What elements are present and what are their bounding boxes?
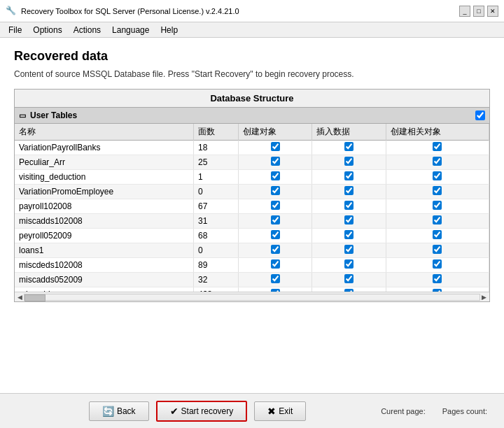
cell-c2[interactable] <box>312 170 386 185</box>
cell-count: 0 <box>193 243 238 258</box>
cell-count: 18 <box>193 141 238 155</box>
cell-c2[interactable] <box>312 155 386 170</box>
cell-c3[interactable] <box>386 229 489 243</box>
menu-options[interactable]: Options <box>27 24 67 36</box>
col-insert: 插入数据 <box>312 124 386 141</box>
cell-c3[interactable] <box>386 258 489 273</box>
cell-c1[interactable] <box>238 287 312 292</box>
user-tables-header[interactable]: ▭ User Tables <box>15 108 489 124</box>
cell-count: 31 <box>193 214 238 229</box>
cell-c1[interactable] <box>238 199 312 214</box>
cell-count: 0 <box>193 185 238 199</box>
cell-count: 89 <box>193 258 238 273</box>
data-table-wrapper[interactable]: 名称 面数 创建对象 插入数据 创建相关对象 VariationPayrollB… <box>15 124 489 292</box>
cell-name: miscadds <box>15 287 193 292</box>
cell-c3[interactable] <box>386 214 489 229</box>
cell-c3[interactable] <box>386 185 489 199</box>
minimize-button[interactable]: _ <box>459 6 470 17</box>
current-page-label: Curent page: <box>381 407 426 415</box>
data-table: 名称 面数 创建对象 插入数据 创建相关对象 VariationPayrollB… <box>15 124 489 292</box>
page-title: Recovered data <box>14 49 490 64</box>
cell-c1[interactable] <box>238 155 312 170</box>
menu-file[interactable]: File <box>3 24 27 36</box>
cell-count: 1 <box>193 170 238 185</box>
user-tables-checkbox[interactable] <box>475 110 485 120</box>
cell-c2[interactable] <box>312 141 386 155</box>
menu-actions[interactable]: Actions <box>68 24 106 36</box>
pages-count-label: Pages count: <box>442 407 487 415</box>
window-controls: _ □ ✕ <box>459 6 498 17</box>
cell-c1[interactable] <box>238 214 312 229</box>
cell-c3[interactable] <box>386 273 489 287</box>
hscroll-right-arrow[interactable]: ▶ <box>480 294 488 301</box>
table-row: VariationPayrollBanks18 <box>15 141 489 155</box>
start-recovery-icon: ✔ <box>170 406 178 417</box>
cell-c3[interactable] <box>386 155 489 170</box>
cell-name: VariationPromoEmployee <box>15 185 193 199</box>
cell-c3[interactable] <box>386 243 489 258</box>
col-name: 名称 <box>15 124 193 141</box>
title-bar: 🔧 Recovery Toolbox for SQL Server (Perso… <box>0 0 504 22</box>
hscroll-thumb[interactable] <box>24 294 46 301</box>
cell-c2[interactable] <box>312 258 386 273</box>
cell-count: 68 <box>193 229 238 243</box>
close-button[interactable]: ✕ <box>487 6 498 17</box>
cell-c1[interactable] <box>238 258 312 273</box>
db-structure-panel: Database Structure ▭ User Tables 名称 面数 创… <box>14 89 490 302</box>
hscroll-bar[interactable]: ◀ ▶ <box>15 292 489 301</box>
exit-icon: ✖ <box>267 406 276 417</box>
cell-c1[interactable] <box>238 229 312 243</box>
table-row: loans10 <box>15 243 489 258</box>
menu-help[interactable]: Help <box>155 24 183 36</box>
table-row: miscadds10200831 <box>15 214 489 229</box>
expand-icon[interactable]: ▭ <box>19 111 26 120</box>
cell-c1[interactable] <box>238 170 312 185</box>
table-row: miscadds05200932 <box>15 273 489 287</box>
table-row: Peculiar_Arr25 <box>15 155 489 170</box>
cell-c3[interactable] <box>386 199 489 214</box>
table-row: VariationPromoEmployee0 <box>15 185 489 199</box>
back-label: Back <box>117 406 136 416</box>
bottom-bar: 🔄 Back ✔ Start recovery ✖ Exit Curent pa… <box>0 393 504 428</box>
cell-name: miscadds102008 <box>15 214 193 229</box>
page-description: Content of source MSSQL Database file. P… <box>14 69 490 79</box>
main-content: Recovered data Content of source MSSQL D… <box>0 38 504 393</box>
cell-c2[interactable] <box>312 185 386 199</box>
cell-c3[interactable] <box>386 141 489 155</box>
cell-c2[interactable] <box>312 229 386 243</box>
back-button[interactable]: 🔄 Back <box>89 401 149 421</box>
user-tables-label: User Tables <box>30 110 77 120</box>
table-container: 名称 面数 创建对象 插入数据 创建相关对象 VariationPayrollB… <box>15 124 489 292</box>
cell-c1[interactable] <box>238 141 312 155</box>
menu-language[interactable]: Language <box>106 24 155 36</box>
cell-c2[interactable] <box>312 243 386 258</box>
col-related: 创建相关对象 <box>386 124 489 141</box>
cell-count: 25 <box>193 155 238 170</box>
start-recovery-button[interactable]: ✔ Start recovery <box>156 401 248 422</box>
cell-c1[interactable] <box>238 185 312 199</box>
hscroll-left-arrow[interactable]: ◀ <box>16 294 24 301</box>
cell-name: visiting_deduction <box>15 170 193 185</box>
cell-c1[interactable] <box>238 273 312 287</box>
db-structure-title: Database Structure <box>15 90 489 108</box>
cell-c3[interactable] <box>386 287 489 292</box>
back-icon: 🔄 <box>102 406 114 417</box>
cell-name: payroll102008 <box>15 199 193 214</box>
cell-c2[interactable] <box>312 287 386 292</box>
cell-c2[interactable] <box>312 199 386 214</box>
exit-button[interactable]: ✖ Exit <box>254 401 306 421</box>
cell-c3[interactable] <box>386 170 489 185</box>
cell-c1[interactable] <box>238 243 312 258</box>
table-row: miscadds428 <box>15 287 489 292</box>
cell-name: Peculiar_Arr <box>15 155 193 170</box>
cell-name: peyroll052009 <box>15 229 193 243</box>
current-page-item: Curent page: <box>381 407 428 415</box>
col-count: 面数 <box>193 124 238 141</box>
maximize-button[interactable]: □ <box>473 6 484 17</box>
cell-name: loans1 <box>15 243 193 258</box>
app-icon: 🔧 <box>6 6 17 17</box>
exit-label: Exit <box>279 406 293 416</box>
cell-c2[interactable] <box>312 273 386 287</box>
start-recovery-label: Start recovery <box>181 406 234 416</box>
cell-c2[interactable] <box>312 214 386 229</box>
